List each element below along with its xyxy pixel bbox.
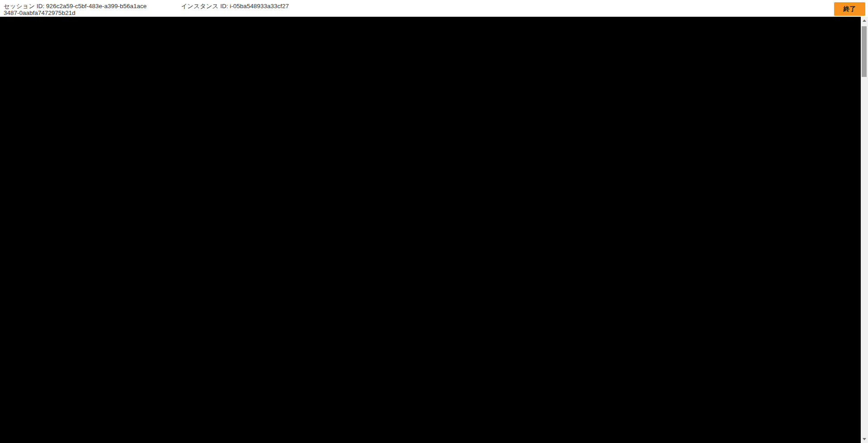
scrollbar-thumb[interactable] — [862, 26, 867, 77]
terminal-scrollbar[interactable] — [861, 17, 868, 443]
instance-id-value: i-05ba548933a33cf27 — [230, 3, 289, 10]
session-header: セッション ID: 926c2a59-c5bf-483e-a399-b56a1a… — [0, 0, 868, 17]
terminal-area — [0, 17, 868, 443]
terminate-button[interactable]: 終了 — [834, 2, 865, 16]
instance-id-label: インスタンス ID: — [181, 3, 228, 10]
scrollbar-up-button[interactable] — [861, 17, 868, 24]
instance-id-block: インスタンス ID: i-05ba548933a33cf27 — [181, 3, 289, 10]
session-manager-window: セッション ID: 926c2a59-c5bf-483e-a399-b56a1a… — [0, 0, 868, 443]
scrollbar-down-button[interactable] — [861, 435, 868, 443]
session-id-block: セッション ID: 926c2a59-c5bf-483e-a399-b56a1a… — [4, 3, 149, 16]
session-id-label: セッション ID: — [4, 3, 44, 10]
down-arrow-icon — [863, 438, 866, 440]
terminal-output[interactable] — [0, 17, 861, 443]
up-arrow-icon — [863, 19, 866, 22]
